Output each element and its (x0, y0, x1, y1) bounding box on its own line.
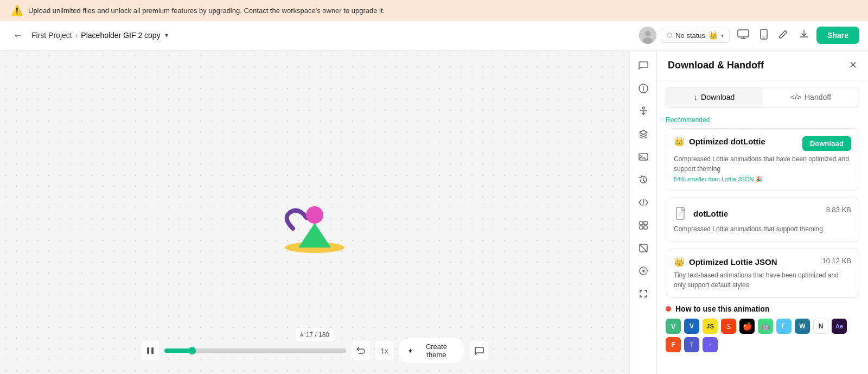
svg-point-1 (645, 31, 650, 36)
play-pause-button[interactable] (141, 341, 159, 360)
timeline-bar[interactable] (165, 348, 347, 353)
download-tab-icon: ↓ (694, 93, 698, 102)
framework-svelte-icon[interactable]: S (721, 319, 736, 334)
user-avatar[interactable] (639, 27, 656, 44)
framework-figma-icon[interactable]: F (666, 337, 681, 352)
framework-wordpress-icon[interactable]: W (795, 319, 810, 334)
download-item-dotlottie: 👑 Optimized dotLottie Download Compresse… (666, 128, 859, 191)
download-item-lottie-json: 👑 Optimized Lottie JSON 10.12 KB Tiny te… (666, 249, 859, 298)
panel-content: Recommended 👑 Optimized dotLottie Downlo… (657, 114, 868, 374)
tool-info-button[interactable] (634, 79, 653, 98)
breadcrumb: First Project › Placeholder GIF 2 copy ▾ (31, 31, 168, 40)
download-item-dotlottie-header: 👑 Optimized dotLottie Download (674, 136, 851, 151)
timeline-handle[interactable] (188, 347, 196, 354)
item-desc-dotlottie: Compressed Lottie animations that have b… (674, 154, 851, 174)
crown-icon: 👑 (709, 31, 718, 40)
tool-expand-button[interactable] (634, 284, 653, 303)
svg-point-21 (642, 270, 644, 272)
svg-rect-13 (639, 154, 648, 160)
framework-vue-icon[interactable]: V (666, 319, 681, 334)
share-button[interactable]: Share (816, 27, 859, 44)
svg-rect-9 (147, 347, 149, 354)
tool-theme-button[interactable] (634, 261, 653, 281)
breadcrumb-project[interactable]: First Project (31, 31, 72, 40)
main-layout: # 17 / 180 1x ✦ Crea (0, 50, 868, 374)
download-item-lottie-header: dotLottie 8.83 KB (674, 206, 851, 221)
crown-dotlottie-icon: 👑 (674, 136, 685, 147)
how-to-title: How to use this animation (675, 305, 769, 313)
lottie-animation (260, 163, 369, 261)
speed-button[interactable]: 1x (375, 341, 394, 360)
tool-history-button[interactable] (634, 170, 653, 189)
svg-rect-10 (151, 347, 154, 354)
svg-rect-3 (738, 30, 749, 37)
tool-accessibility-button[interactable] (634, 102, 653, 121)
how-to-header: How to use this animation (666, 305, 859, 313)
framework-more-icon[interactable]: + (703, 337, 718, 352)
framework-flutter-icon[interactable]: F (776, 319, 792, 334)
status-button[interactable]: No status 👑 ▾ (661, 28, 730, 43)
frame-display: 17 / 180 (306, 331, 329, 339)
comment-button[interactable] (470, 341, 488, 360)
download-item-json-header: 👑 Optimized Lottie JSON 10.12 KB (674, 257, 851, 267)
panel-title: Download & Handoff (668, 60, 764, 71)
tool-comment-button[interactable] (634, 56, 653, 75)
download-header-button[interactable] (796, 26, 812, 45)
framework-apple-icon[interactable]: 🍎 (739, 319, 755, 334)
tool-transform-button[interactable] (634, 215, 653, 235)
create-theme-button[interactable]: ✦ Create theme (399, 338, 464, 363)
recommended-label: Recommended (666, 116, 859, 124)
svg-point-2 (643, 37, 653, 44)
handoff-tab-icon: </> (790, 93, 801, 102)
tab-handoff[interactable]: </> Handoff (763, 87, 859, 107)
panel-header: Download & Handoff ✕ (657, 50, 868, 80)
sparkle-icon: ✦ (407, 347, 413, 355)
framework-notion-icon[interactable]: N (813, 319, 828, 334)
breadcrumb-separator: › (75, 31, 78, 40)
framework-ae-icon[interactable]: Ae (832, 319, 847, 334)
item-size-lottie: 8.83 KB (826, 206, 851, 214)
mobile-view-button[interactable] (757, 26, 771, 46)
header-actions: No status 👑 ▾ (639, 26, 859, 46)
lottie-file-icon (674, 206, 689, 221)
desktop-view-button[interactable] (734, 26, 752, 45)
svg-rect-15 (640, 221, 643, 225)
close-panel-button[interactable]: ✕ (849, 59, 857, 71)
header: ← First Project › Placeholder GIF 2 copy… (0, 21, 868, 50)
playback-controls: 1x ✦ Create theme (141, 338, 488, 363)
svg-point-12 (642, 107, 644, 109)
framework-android-icon[interactable]: 🤖 (758, 319, 773, 334)
breadcrumb-file[interactable]: Placeholder GIF 2 copy (81, 31, 160, 40)
framework-teams-icon[interactable]: T (684, 337, 699, 352)
tab-download-label: Download (701, 93, 735, 102)
back-button[interactable]: ← (9, 28, 27, 43)
tool-transparency-button[interactable] (634, 238, 653, 258)
framework-icons: V V JS S 🍎 🤖 F W N (666, 319, 859, 352)
animation-preview (260, 163, 369, 261)
create-theme-label: Create theme (417, 343, 456, 359)
tool-image-button[interactable] (634, 147, 653, 167)
hash-symbol: # (300, 331, 304, 339)
framework-js-icon[interactable]: JS (703, 319, 718, 334)
svg-point-14 (641, 155, 642, 157)
framework-vuetify-icon[interactable]: V (684, 319, 699, 334)
tool-layers-button[interactable] (634, 124, 653, 144)
svg-rect-17 (640, 226, 643, 229)
download-item-lottie: dotLottie 8.83 KB Compressed Lottie anim… (666, 198, 859, 242)
status-dot (667, 33, 672, 38)
warning-icon: ⚠️ (11, 4, 23, 16)
item-desc-json: Tiny text-based animations that have bee… (674, 270, 851, 290)
tool-code-button[interactable] (634, 193, 653, 212)
svg-point-5 (763, 37, 764, 38)
item-name-dotlottie: Optimized dotLottie (689, 137, 765, 146)
right-tools-sidebar (629, 50, 656, 374)
download-dotlottie-button[interactable]: Download (802, 136, 851, 151)
download-item-name-row: 👑 Optimized dotLottie (674, 136, 765, 147)
loop-button[interactable] (352, 341, 369, 360)
item-name-lottie: dotLottie (693, 209, 728, 218)
edit-button[interactable] (775, 26, 792, 45)
breadcrumb-dropdown-button[interactable]: ▾ (165, 31, 168, 39)
download-handoff-panel: Download & Handoff ✕ ↓ Download </> Hand… (656, 50, 868, 374)
svg-marker-7 (298, 223, 331, 248)
tab-download[interactable]: ↓ Download (666, 87, 763, 107)
